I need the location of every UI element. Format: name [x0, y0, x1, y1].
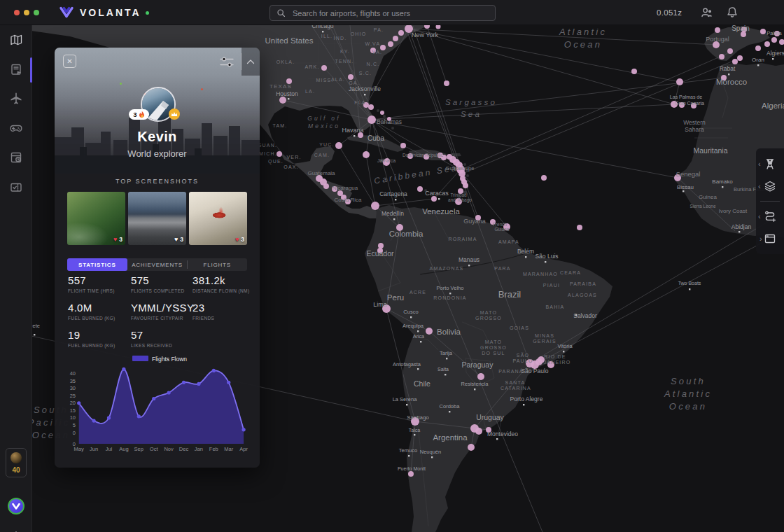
screenshot-thumbnail[interactable]: ♥ 3: [67, 192, 125, 245]
filter-sliders-icon[interactable]: [213, 48, 241, 76]
traffic-light-dot[interactable]: [24, 10, 29, 15]
notifications-bell-icon[interactable]: [725, 6, 739, 20]
close-icon[interactable]: ✕: [63, 55, 76, 68]
data-point[interactable]: [92, 419, 96, 423]
likes-count: 3: [241, 236, 244, 243]
map-label: Costa Rica: [334, 197, 362, 203]
airport-dot[interactable]: [321, 65, 327, 71]
profile-subtitle: World explorer: [55, 148, 260, 159]
map-label: ALAGOAS: [568, 293, 597, 298]
airport-dot[interactable]: [368, 115, 376, 124]
level-badge[interactable]: 40: [6, 448, 27, 477]
y-tick: 10: [70, 414, 76, 421]
airport-dot[interactable]: [764, 41, 770, 47]
airport-dot[interactable]: [741, 31, 746, 37]
airport-dot[interactable]: [323, 183, 329, 189]
data-point[interactable]: [137, 414, 141, 418]
airport-dot[interactable]: [715, 27, 720, 33]
likes-count: 3: [180, 236, 183, 243]
airport-dot[interactable]: [279, 97, 286, 104]
tab-flights[interactable]: FLIGHTS: [187, 258, 247, 271]
traffic-light-dot[interactable]: [14, 10, 20, 15]
search-bar[interactable]: [270, 5, 496, 21]
airport-dot[interactable]: [676, 78, 683, 85]
airport-dot[interactable]: [371, 202, 379, 210]
data-point[interactable]: [197, 382, 200, 386]
map-label: LA.: [305, 89, 315, 94]
airport-dot[interactable]: [388, 41, 393, 47]
airport-dot[interactable]: [393, 36, 398, 41]
data-point[interactable]: [122, 368, 125, 371]
screenshot-thumbnail[interactable]: ♥ 3: [128, 192, 186, 245]
data-point[interactable]: [242, 428, 246, 431]
sidebar-item-flights[interactable]: [0, 84, 32, 113]
traffic-light-dot[interactable]: [34, 10, 39, 15]
airport-dot[interactable]: [417, 186, 423, 192]
tab-achievements[interactable]: ACHIEVEMENTS: [127, 258, 188, 271]
airport-dot[interactable]: [400, 143, 406, 148]
airport-dot[interactable]: [335, 142, 342, 149]
airport-dot[interactable]: [737, 55, 743, 61]
data-point[interactable]: [182, 381, 186, 384]
airport-dot[interactable]: [631, 69, 637, 74]
sidebar-item-simulators[interactable]: [0, 113, 32, 143]
airport-dot[interactable]: [468, 444, 475, 451]
sidebar-item-events[interactable]: [0, 172, 32, 202]
airport-dot[interactable]: [760, 29, 766, 34]
map-control-airports[interactable]: ‹: [756, 153, 784, 175]
airport-dot[interactable]: [431, 196, 437, 202]
data-point[interactable]: [167, 391, 171, 394]
map-label: PIAUI: [543, 283, 560, 288]
data-point[interactable]: [77, 401, 80, 405]
airport-dot[interactable]: [363, 151, 370, 158]
airport-dot[interactable]: [727, 48, 733, 54]
airport-dot[interactable]: [719, 54, 724, 59]
airport-dot[interactable]: [577, 225, 582, 230]
screenshot-thumbnail[interactable]: ♥ 3: [189, 192, 247, 245]
airport-dot[interactable]: [477, 373, 484, 380]
airport-dot[interactable]: [276, 151, 282, 157]
sidebar-item-flight-plan[interactable]: [0, 55, 32, 84]
data-point[interactable]: [227, 381, 230, 384]
airport-dot[interactable]: [378, 243, 384, 248]
airport-dot[interactable]: [755, 46, 761, 51]
map-control-windows[interactable]: ›: [756, 227, 784, 250]
map-label: Resistencia: [461, 381, 489, 387]
airport-dot[interactable]: [398, 30, 404, 36]
airport-dot[interactable]: [426, 328, 433, 335]
tab-statistics[interactable]: STATISTICS: [67, 258, 127, 271]
data-point[interactable]: [107, 416, 111, 419]
map-label: ARK.: [304, 64, 319, 69]
sidebar-item-map[interactable]: [0, 25, 32, 55]
data-point[interactable]: [212, 369, 216, 372]
flights-flown-chart: Flights Flown40353025201510500MayJunJulA…: [55, 353, 260, 465]
sidebar-item-logbook[interactable]: [0, 143, 32, 172]
data-point[interactable]: [152, 397, 155, 400]
friends-icon[interactable]: [700, 6, 714, 20]
x-tick: May: [74, 446, 84, 452]
stat-item: 19 FUEL BURNED (KG): [68, 329, 131, 348]
map-label: S.C.: [359, 71, 372, 76]
airport-dot[interactable]: [463, 183, 468, 188]
user-avatar[interactable]: [8, 498, 24, 514]
map-label: Western: [683, 119, 706, 126]
airport-dot[interactable]: [380, 111, 384, 115]
map-control-route-planner[interactable]: ‹: [756, 205, 784, 227]
map-label: Houston: [276, 90, 298, 97]
map-controls-panel: ‹‹‹›: [756, 148, 784, 254]
airport-dot[interactable]: [771, 37, 777, 43]
chevron-left-icon: ‹: [758, 213, 761, 220]
chevron-up-icon[interactable]: [241, 48, 260, 76]
airport-dot[interactable]: [408, 471, 414, 477]
airport-dot[interactable]: [368, 104, 374, 110]
airport-dot[interactable]: [732, 59, 738, 64]
map-label: Palma: [766, 30, 782, 36]
airport-dot[interactable]: [348, 74, 354, 80]
window-controls[interactable]: [14, 10, 43, 15]
airport-dot[interactable]: [444, 80, 449, 86]
divider: [760, 201, 780, 202]
search-input[interactable]: [291, 8, 489, 18]
airport-dot[interactable]: [475, 428, 482, 435]
airport-dot[interactable]: [541, 175, 547, 181]
map-control-layers[interactable]: ‹: [756, 175, 784, 197]
